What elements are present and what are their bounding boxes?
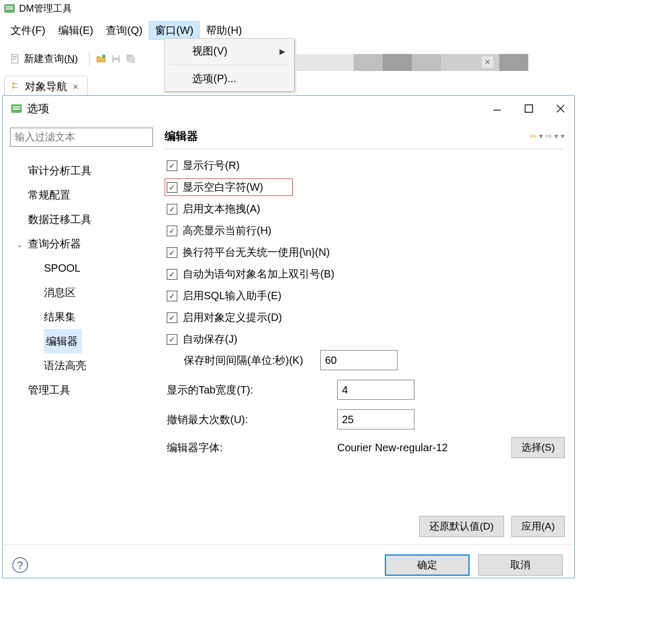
panel-title: 编辑器 [165,129,198,144]
new-query-suffix: ) [75,53,78,64]
nav-tab[interactable]: 对象导航 ✕ [4,76,88,97]
check-enable-text-drag[interactable]: ✓ 启用文本拖拽(A) [165,200,565,218]
svg-rect-9 [113,55,119,58]
svg-rect-6 [13,59,16,60]
ok-button[interactable]: 确定 [385,554,470,576]
document-icon [10,53,21,64]
app-icon [4,4,15,13]
menu-help[interactable]: 帮助(H) [200,21,248,40]
check-label: 启用SQL输入助手(E) [183,289,282,303]
checkbox-icon[interactable]: ✓ [167,247,177,258]
save-icon[interactable] [111,53,121,64]
check-object-def-hints[interactable]: ✓ 启用对象定义提示(D) [165,309,565,326]
menubar: 文件(F) 编辑(E) 查询(Q) 窗口(W) 帮助(H) [0,17,649,47]
check-show-line-numbers[interactable]: ✓ 显示行号(R) [165,157,565,174]
dropdown-view[interactable]: 视图(V) ▶ [165,39,294,64]
checkbox-icon[interactable]: ✓ [167,291,177,301]
undo-max-label: 撤销最大次数(U): [165,413,330,427]
check-highlight-current-line[interactable]: ✓ 高亮显示当前行(H) [165,222,565,239]
tree-editor[interactable]: 编辑器 [44,329,82,353]
check-label: 高亮显示当前行(H) [183,223,272,238]
check-newline-unify[interactable]: ✓ 换行符平台无关统一使用{\n}(N) [165,244,565,261]
apply-button[interactable]: 应用(A) [511,516,565,537]
panel-nav-arrows: ⇦ ▾ ⇨ ▾ ▾ [530,131,565,141]
dialog-main-panel: 编辑器 ⇦ ▾ ⇨ ▾ ▾ ✓ 显示行号(R) ✓ 显示空白字符(W) [160,121,574,544]
tab-width-input[interactable] [337,380,414,400]
menu-file[interactable]: 文件(F) [4,21,52,40]
dialog-title: 选项 [27,101,49,116]
check-label: 换行符平台无关统一使用{\n}(N) [183,245,330,260]
tree-migrate[interactable]: 数据迁移工具 [10,207,153,231]
tree-general[interactable]: 常规配置 [10,183,153,207]
dialog-footer: ? 确定 取消 [3,545,574,576]
tree-spool[interactable]: SPOOL [10,256,153,280]
chevron-down-icon[interactable]: ⌄ [16,239,25,252]
dialog-titlebar: 选项 [3,96,574,121]
choose-font-button[interactable]: 选择(S) [511,437,565,458]
main-titlebar: DM管理工具 [0,0,649,17]
font-label: 编辑器字体: [165,441,330,455]
svg-rect-21 [525,105,533,112]
check-show-whitespace[interactable]: ✓ 显示空白字符(W) [165,178,293,196]
svg-rect-1 [6,6,13,7]
maximize-button[interactable] [524,104,534,113]
font-row: 编辑器字体: Courier New-regular-12 选择(S) [165,437,565,458]
tree-syntax[interactable]: 语法高亮 [10,353,153,378]
new-query-button[interactable]: 新建查询(N) [5,49,83,68]
undo-max-input[interactable] [337,409,414,430]
new-query-prefix: 新建查询( [24,53,67,64]
checkbox-icon[interactable]: ✓ [167,269,177,280]
cancel-button[interactable]: 取消 [478,554,563,576]
save-interval-input[interactable] [320,350,398,370]
forward-arrow-icon[interactable]: ⇨ [545,131,552,141]
restore-defaults-button[interactable]: 还原默认值(D) [419,516,503,537]
editor-options-list: ✓ 显示行号(R) ✓ 显示空白字符(W) ✓ 启用文本拖拽(A) ✓ 高亮显示… [165,157,565,348]
options-dialog: 选项 审计分析工具 常规配置 数据迁移工具 ⌄查询分析器 SPOOL 消息区 结… [2,95,575,578]
svg-point-7 [102,55,105,58]
settings-tree: 审计分析工具 常规配置 数据迁移工具 ⌄查询分析器 SPOOL 消息区 结果集 … [10,158,153,402]
tree-message[interactable]: 消息区 [10,280,153,305]
window-dropdown: 视图(V) ▶ 选项(P)... [164,38,294,92]
blurred-tab-close-icon[interactable]: ✕ [482,56,493,68]
check-auto-save[interactable]: ✓ 自动保存(J) [165,330,565,348]
save-all-icon[interactable] [125,53,136,64]
tree-query-analyzer[interactable]: ⌄查询分析器 [10,231,153,256]
check-label: 显示行号(R) [183,158,240,173]
dropdown-options[interactable]: 选项(P)... [165,66,294,91]
checkbox-icon[interactable]: ✓ [167,204,177,214]
chevron-right-icon: ▶ [280,47,285,56]
svg-rect-12 [129,57,135,63]
dialog-icon [11,104,22,113]
menu-window[interactable]: 窗口(W) [149,21,200,40]
save-interval-row: 保存时间间隔(单位:秒)(K) [165,350,565,370]
checkbox-icon[interactable]: ✓ [167,182,177,193]
tree-icon [11,82,22,92]
back-dropdown-icon[interactable]: ▾ [539,131,543,141]
checkbox-icon[interactable]: ✓ [167,334,177,345]
tree-audit[interactable]: 审计分析工具 [10,158,153,183]
help-icon[interactable]: ? [12,557,28,573]
check-auto-quote-objects[interactable]: ✓ 自动为语句对象名加上双引号(B) [165,265,565,283]
tree-result[interactable]: 结果集 [10,305,153,329]
minimize-button[interactable] [492,104,502,113]
tab-close-icon[interactable]: ✕ [70,83,81,91]
checkbox-icon[interactable]: ✓ [167,226,177,236]
svg-rect-3 [12,55,18,63]
close-button[interactable] [555,104,566,113]
forward-dropdown-icon[interactable]: ▾ [554,131,558,141]
filter-input[interactable] [10,128,153,147]
tree-manage[interactable]: 管理工具 [10,378,153,402]
toolbar-separator [89,51,89,66]
svg-rect-4 [13,56,17,57]
menu-query[interactable]: 查询(Q) [100,21,149,40]
folder-open-icon[interactable] [96,53,106,64]
check-sql-input-assistant[interactable]: ✓ 启用SQL输入助手(E) [165,287,565,305]
back-arrow-icon[interactable]: ⇦ [530,131,537,141]
menu-edit[interactable]: 编辑(E) [52,21,100,40]
nav-tab-label: 对象导航 [25,79,67,94]
check-label: 启用对象定义提示(D) [183,310,282,325]
checkbox-icon[interactable]: ✓ [167,160,177,171]
checkbox-icon[interactable]: ✓ [167,312,177,323]
dropdown-view-label: 视图(V) [192,44,228,58]
menu-dropdown-icon[interactable]: ▾ [561,131,565,141]
